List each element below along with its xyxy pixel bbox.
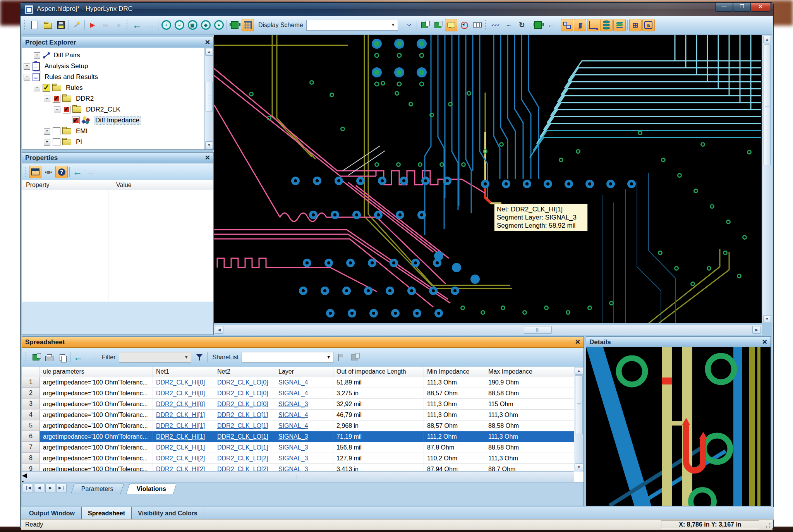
show-schematic-button[interactable] (561, 19, 573, 31)
net-link[interactable]: SIGNAL_3 (278, 401, 308, 408)
net-link[interactable]: DDR2_CLK_LO[1] (217, 433, 268, 440)
table-row[interactable]: 5argetImpedance='100 Ohm'Toleranc...DDR2… (22, 420, 574, 431)
net-link[interactable]: DDR2_CLK_LO[1] (217, 412, 268, 419)
expand-icon[interactable]: + (24, 63, 30, 70)
swap-nets-button[interactable]: →→ (403, 19, 415, 31)
board-link-button[interactable] (348, 351, 361, 364)
tree-item-ddr2-clk[interactable]: −DDR2_CLK (22, 104, 213, 115)
step-button[interactable]: ▶▶ (100, 19, 112, 31)
tree-item-rules[interactable]: −Rules (22, 82, 213, 93)
zoom-region-button[interactable]: ▣ (186, 19, 199, 31)
run-drc-button[interactable]: ▶ (86, 19, 99, 31)
zoom-in-button[interactable]: + (160, 19, 172, 31)
sharelist-select[interactable]: ▼ (242, 352, 333, 363)
nav-back-button[interactable]: ← (72, 351, 84, 364)
scroll-up-icon[interactable]: ▲ (763, 36, 771, 43)
net-link[interactable]: DDR2_CLK_HI[2] (156, 455, 205, 462)
net-link[interactable]: DDR2_CLK_LO[2] (217, 466, 268, 472)
checkbox[interactable] (72, 117, 80, 124)
scroll-thumb[interactable] (524, 326, 552, 334)
net-link[interactable]: DDR2_CLK_LO[1] (217, 422, 268, 429)
pcb-canvas[interactable]: Net: DDR2_CLK_HI[1] Segment Layer: SIGNA… (214, 35, 762, 323)
pcb-vertical-scrollbar[interactable]: ▲ ▼ (762, 35, 772, 323)
zoom-out-button[interactable]: − (173, 19, 185, 31)
minimize-button[interactable]: — (715, 3, 733, 12)
project-explorer-close-icon[interactable]: ✕ (205, 38, 210, 46)
zoom-fit-button[interactable]: ● (213, 19, 225, 31)
flag-button[interactable] (335, 351, 348, 364)
scroll-up-icon[interactable]: ▲ (205, 48, 213, 56)
next-sheet-button[interactable]: ▶ (45, 484, 55, 493)
table-row[interactable]: 1argetImpedance='100 Ohm'Toleranc...DDR2… (22, 377, 574, 388)
back-button[interactable]: ← (131, 19, 143, 31)
net-link[interactable]: DDR2_CLK_HI[0] (156, 390, 205, 397)
board-select-button[interactable] (532, 19, 544, 31)
column-header-Min Impedance[interactable]: Min Impedance (424, 367, 485, 377)
tree-item-emi[interactable]: +EMI (22, 126, 213, 137)
show-stackup-button[interactable] (600, 19, 613, 31)
net-link[interactable]: DDR2_CLK_LO[2] (217, 455, 268, 462)
scroll-thumb[interactable] (764, 45, 771, 165)
net-link[interactable]: DDR2_CLK_HI[1] (156, 433, 205, 440)
forward-button[interactable]: → (144, 19, 156, 31)
collapse-icon[interactable]: − (44, 96, 50, 102)
net-link[interactable]: SIGNAL_4 (278, 422, 308, 429)
tree-item-analysis-setup[interactable]: +Analysis Setup (22, 61, 213, 72)
net-link[interactable]: DDR2_CLK_LO[0] (217, 401, 268, 408)
property-column-header[interactable]: Property (22, 180, 112, 190)
open-file-button[interactable] (41, 19, 54, 31)
close-button[interactable]: ✕ (751, 3, 770, 12)
multi-check-select-button[interactable]: ✓✓✓ (489, 19, 502, 31)
scroll-right-icon[interactable]: ▶ (752, 326, 761, 334)
maximize-button[interactable]: ❐ (733, 3, 751, 12)
show-fanout-button[interactable]: ∫∫∫ (574, 19, 586, 31)
wizard-button[interactable] (70, 19, 83, 31)
net-link[interactable]: DDR2_CLK_HI[0] (156, 401, 205, 408)
sheet-tab-violations[interactable]: Violations (126, 484, 177, 494)
net-link[interactable]: SIGNAL_3 (278, 466, 308, 472)
show-layers-button[interactable] (613, 19, 626, 31)
expand-icon[interactable]: + (44, 139, 50, 146)
column-header-rownum[interactable] (22, 367, 40, 377)
drc-boxes-button[interactable]: ⊞ (629, 19, 642, 31)
spreadsheet-horizontal-scrollbar[interactable]: ◀ ▶ (22, 471, 574, 482)
filter-select[interactable]: ▼ (119, 352, 191, 363)
new-file-button[interactable] (28, 19, 41, 31)
net-link[interactable]: SIGNAL_4 (278, 379, 308, 386)
net-link[interactable]: SIGNAL_4 (278, 390, 308, 397)
pan-left-button[interactable]: ← (545, 19, 557, 31)
table-row[interactable]: 7argetImpedance='100 Ohm'Toleranc...DDR2… (22, 442, 574, 453)
show-tooltip-button[interactable] (445, 19, 457, 31)
scroll-thumb[interactable] (206, 82, 213, 112)
back-button[interactable]: ← (71, 166, 84, 178)
properties-close-icon[interactable]: ✕ (205, 154, 210, 162)
value-column-header[interactable]: Value (112, 182, 132, 189)
net-link[interactable]: SIGNAL_3 (278, 433, 308, 440)
spreadsheet-titlebar[interactable]: Spreadsheet ✕ (22, 337, 584, 348)
scroll-down-icon[interactable]: ▼ (575, 463, 583, 471)
view-grid-button[interactable] (242, 19, 254, 31)
column-header-Out of impedance Length[interactable]: Out of impedance Length (333, 367, 424, 377)
spreadsheet-vertical-scrollbar[interactable]: ▲ ▼ (574, 367, 584, 472)
table-row[interactable]: 6argetImpedance='100 Ohm'Toleranc...DDR2… (22, 431, 574, 442)
measure-button[interactable] (471, 19, 484, 31)
collapse-icon[interactable]: − (34, 85, 40, 91)
net-link[interactable]: DDR2_CLK_HI[1] (156, 444, 205, 451)
checkbox[interactable] (53, 95, 60, 103)
annotations-button[interactable]: a (642, 19, 655, 31)
column-header-Layer[interactable]: Layer (275, 367, 333, 377)
stop-button[interactable]: ■ (113, 19, 125, 31)
spreadsheet-close-icon[interactable]: ✕ (575, 338, 580, 346)
table-row[interactable]: 2argetImpedance='100 Ohm'Toleranc...DDR2… (22, 388, 574, 399)
sheet-tab-parameters[interactable]: Parameters (71, 484, 124, 494)
net-link[interactable]: DDR2_CLK_LO[0] (217, 379, 268, 386)
zoom-selection-button[interactable]: ◆ (199, 19, 212, 31)
first-sheet-button[interactable]: ❘◀ (23, 484, 33, 493)
net-link[interactable]: DDR2_CLK_LO[0] (217, 390, 268, 397)
forward-button[interactable]: → (84, 166, 97, 178)
net-link[interactable]: DDR2_CLK_HI[1] (156, 422, 205, 429)
column-header-ule parameters[interactable]: ule parameters (40, 367, 153, 377)
show-routes-button[interactable] (587, 19, 599, 31)
details-close-icon[interactable]: ✕ (762, 338, 767, 346)
prev-sheet-button[interactable]: ◀ (34, 484, 44, 493)
